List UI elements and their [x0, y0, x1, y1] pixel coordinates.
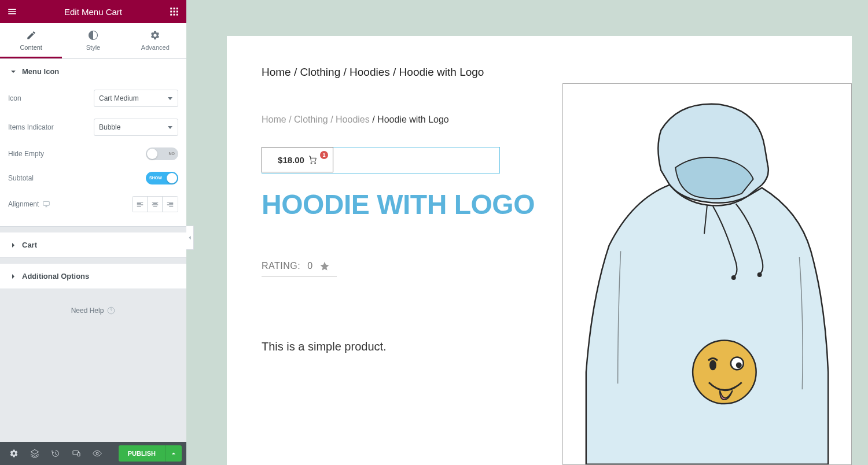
align-center-button[interactable] [148, 197, 163, 212]
svg-rect-4 [174, 11, 175, 13]
caret-right-icon [10, 242, 16, 248]
contrast-icon [88, 30, 98, 40]
svg-rect-2 [176, 8, 178, 9]
tab-style[interactable]: Style [62, 23, 124, 58]
hide-empty-label: Hide Empty [8, 150, 44, 158]
svg-point-18 [757, 272, 762, 277]
alignment-label: Alignment [8, 200, 50, 208]
eye-icon [93, 449, 102, 458]
editor-title: Edit Menu Cart [17, 7, 169, 17]
layers-icon [30, 449, 39, 458]
svg-rect-8 [176, 14, 178, 16]
svg-point-15 [311, 163, 312, 164]
star-icon [319, 261, 330, 271]
icon-select[interactable]: Cart Medium [94, 90, 178, 107]
help-icon [107, 307, 115, 315]
alignment-buttons [132, 196, 178, 212]
responsive-icon [72, 449, 81, 458]
caret-right-icon [10, 274, 16, 279]
publish-options-button[interactable] [165, 445, 182, 462]
product-rating: RATING: 0 [262, 261, 337, 276]
pencil-icon [26, 30, 36, 40]
gear-icon [150, 30, 160, 40]
page-preview: Home / Clothing / Hoodies / Hoodie with … [227, 36, 852, 465]
svg-point-14 [96, 452, 98, 455]
cart-icon [308, 155, 317, 164]
navigator-button[interactable] [25, 444, 44, 463]
items-indicator-select[interactable]: Bubble [94, 119, 178, 136]
svg-rect-0 [170, 8, 172, 9]
icon-label: Icon [8, 94, 21, 102]
tab-advanced[interactable]: Advanced [124, 23, 186, 58]
preview-canvas: Home / Clothing / Hoodies / Hoodie with … [186, 0, 868, 465]
product-image [562, 83, 852, 465]
history-button[interactable] [46, 444, 65, 463]
caret-down-icon [10, 69, 16, 75]
responsive-button[interactable] [67, 444, 86, 463]
menu-icon-controls: Icon Cart Medium Items Indicator Bubble … [0, 84, 186, 226]
preview-button[interactable] [88, 444, 106, 463]
desktop-icon[interactable] [42, 200, 50, 208]
svg-rect-6 [170, 14, 172, 16]
cart-subtotal: $18.00 [278, 155, 304, 165]
align-left-button[interactable] [133, 197, 148, 212]
breadcrumb-primary[interactable]: Home / Clothing / Hoodies / Hoodie with … [262, 66, 825, 79]
svg-rect-7 [174, 14, 175, 16]
editor-sidebar: Edit Menu Cart Content Style Advanced Me… [0, 0, 186, 465]
svg-point-17 [731, 275, 736, 280]
section-header-additional-options[interactable]: Additional Options [0, 264, 186, 289]
svg-rect-13 [78, 453, 80, 456]
chevron-left-icon [187, 235, 192, 240]
hoodie-illustration [563, 84, 851, 464]
editor-tabs: Content Style Advanced [0, 23, 186, 59]
apps-icon[interactable] [169, 6, 179, 17]
svg-point-22 [736, 362, 742, 368]
gear-icon [9, 449, 19, 458]
subtotal-label: Subtotal [8, 174, 34, 182]
hide-empty-toggle[interactable]: NO [146, 147, 178, 160]
publish-button[interactable]: PUBLISH [119, 445, 182, 462]
svg-rect-3 [170, 11, 172, 13]
editor-header: Edit Menu Cart [0, 0, 186, 23]
menu-icon[interactable] [7, 6, 17, 17]
svg-point-19 [693, 341, 756, 404]
align-right-button[interactable] [163, 197, 178, 212]
subtotal-toggle[interactable]: SHOW [146, 172, 178, 184]
history-icon [51, 449, 60, 458]
cart-items-badge: 1 [320, 151, 328, 159]
tab-content[interactable]: Content [0, 23, 62, 58]
settings-button[interactable] [5, 444, 23, 463]
section-header-cart[interactable]: Cart [0, 232, 186, 257]
svg-point-16 [315, 163, 316, 164]
need-help-link[interactable]: Need Help [0, 289, 186, 332]
svg-rect-5 [176, 11, 178, 13]
editor-footer: PUBLISH [0, 442, 186, 465]
svg-point-20 [709, 360, 716, 370]
svg-rect-10 [43, 201, 50, 205]
svg-rect-1 [174, 8, 175, 9]
section-cart: Cart [0, 232, 186, 258]
cart-button[interactable]: $18.00 1 [262, 147, 333, 172]
menu-cart-widget[interactable]: $18.00 1 [262, 147, 500, 174]
collapse-sidebar-button[interactable] [186, 226, 194, 250]
section-additional-options: Additional Options [0, 264, 186, 289]
section-menu-icon: Menu Icon Icon Cart Medium Items Indicat… [0, 59, 186, 227]
section-header-menu-icon[interactable]: Menu Icon [0, 59, 186, 84]
items-indicator-label: Items Indicator [8, 123, 54, 131]
